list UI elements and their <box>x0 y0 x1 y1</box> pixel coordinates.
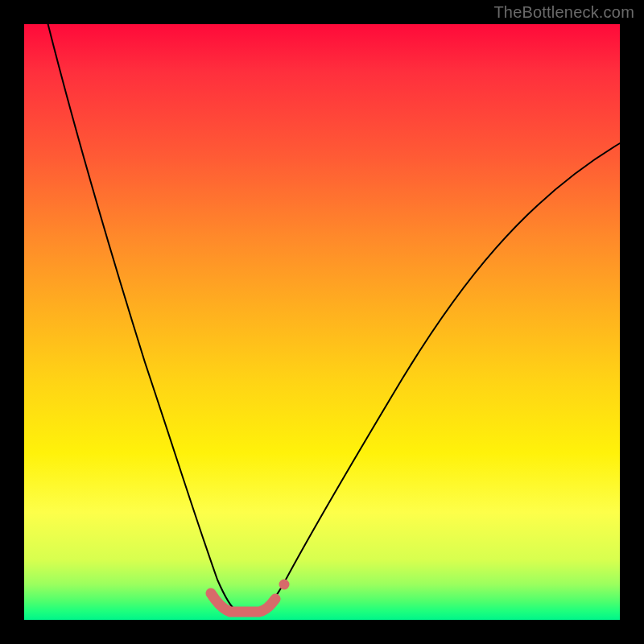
highlight-dot <box>279 580 290 590</box>
trough-highlight <box>211 593 275 612</box>
watermark-text: TheBottleneck.com <box>493 3 634 22</box>
plot-area <box>24 24 620 620</box>
bottleneck-curve <box>48 24 620 611</box>
chart-frame: TheBottleneck.com <box>0 0 644 644</box>
curve-layer <box>24 24 620 620</box>
